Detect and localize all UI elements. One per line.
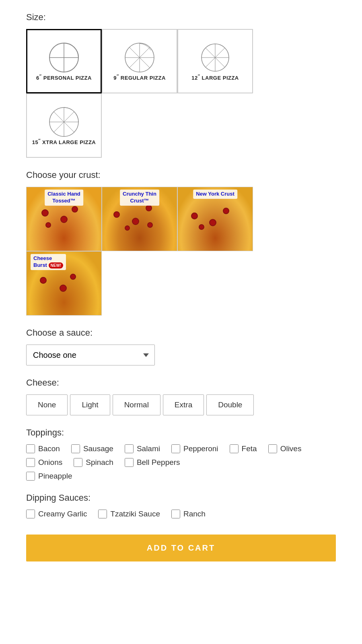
topping-label-onions: Onions — [38, 458, 62, 467]
topping-checkbox-pepperoni[interactable] — [171, 444, 180, 453]
topping-pepperoni[interactable]: Pepperoni — [171, 444, 218, 453]
add-to-cart-button[interactable]: ADD TO CART — [26, 535, 336, 561]
topping-checkbox-sausage[interactable] — [71, 444, 80, 453]
crust-label-cheeseburst: CheeseBurst NEW! — [31, 254, 66, 270]
topping-checkbox-onions[interactable] — [26, 458, 35, 467]
size-section: Size: 6″ PERSONAL PIZZA — [26, 12, 336, 158]
size-label-9in: 9″ REGULAR PIZZA — [113, 74, 166, 81]
size-label-6in: 6″ PERSONAL PIZZA — [36, 74, 92, 81]
size-option-12in[interactable]: 12″ LARGE PIZZA — [177, 29, 253, 93]
topping-checkbox-bacon[interactable] — [26, 444, 35, 453]
dipping-label: Dipping Sauces: — [26, 493, 336, 503]
cheese-options: None Light Normal Extra Double — [26, 394, 336, 415]
dipping-creamy-garlic[interactable]: Creamy Garlic — [26, 510, 87, 518]
sauce-dropdown[interactable]: Choose one Marinara BBQ Sauce White Sauc… — [26, 345, 155, 365]
crust-option-cheeseburst[interactable]: CheeseBurst NEW! — [26, 251, 102, 316]
crust-section: Choose your crust: Classic HandTossed™ — [26, 170, 336, 316]
size-option-15in[interactable]: 15″ XTRA LARGE PIZZA — [26, 93, 102, 158]
pizza-icon-12in — [199, 41, 231, 74]
topping-label-sausage: Sausage — [83, 444, 113, 453]
size-label-12in: 12″ LARGE PIZZA — [191, 74, 239, 81]
crust-label-classic: Classic HandTossed™ — [45, 190, 83, 206]
dipping-checkbox-tzatziki[interactable] — [98, 510, 107, 518]
topping-checkbox-salami[interactable] — [125, 444, 134, 453]
cheese-double[interactable]: Double — [206, 394, 254, 415]
dipping-tzatziki[interactable]: Tzatziki Sauce — [98, 510, 160, 518]
topping-bacon[interactable]: Bacon — [26, 444, 60, 453]
topping-olives[interactable]: Olives — [268, 444, 302, 453]
dipping-label-ranch: Ranch — [183, 510, 206, 518]
topping-feta[interactable]: Feta — [230, 444, 257, 453]
topping-spinach[interactable]: Spinach — [74, 458, 113, 467]
size-label-15in: 15″ XTRA LARGE PIZZA — [32, 138, 96, 145]
dipping-checkbox-ranch[interactable] — [171, 510, 180, 518]
topping-label-bacon: Bacon — [38, 444, 60, 453]
topping-checkbox-bellpeppers[interactable] — [125, 458, 134, 467]
toppings-label: Toppings: — [26, 427, 336, 438]
cheese-section: Cheese: None Light Normal Extra Double — [26, 378, 336, 415]
topping-label-bellpeppers: Bell Peppers — [137, 458, 180, 467]
cheese-none[interactable]: None — [26, 394, 68, 415]
crust-label-crunchy: Crunchy ThinCrust™ — [120, 190, 159, 206]
toppings-grid: Bacon Sausage Salami Pepperoni Feta Oliv… — [26, 444, 336, 481]
dipping-items: Creamy Garlic Tzatziki Sauce Ranch — [26, 510, 336, 518]
size-option-6in[interactable]: 6″ PERSONAL PIZZA — [26, 29, 102, 93]
topping-checkbox-feta[interactable] — [230, 444, 239, 453]
topping-checkbox-spinach[interactable] — [74, 458, 82, 467]
crust-label: Choose your crust: — [26, 170, 336, 180]
sauce-label: Choose a sauce: — [26, 328, 336, 338]
size-option-9in[interactable]: 9″ REGULAR PIZZA — [102, 29, 177, 93]
topping-label-olives: Olives — [280, 444, 302, 453]
topping-checkbox-olives[interactable] — [268, 444, 277, 453]
crust-option-classic[interactable]: Classic HandTossed™ — [26, 187, 102, 251]
crust-label-newyork: New York Crust — [193, 190, 237, 199]
dipping-label-tzatziki: Tzatziki Sauce — [110, 510, 160, 518]
topping-pineapple[interactable]: Pineapple — [26, 472, 325, 481]
dipping-ranch[interactable]: Ranch — [171, 510, 206, 518]
pizza-icon-6in — [48, 41, 80, 74]
cheese-extra[interactable]: Extra — [163, 394, 204, 415]
dipping-label-creamy-garlic: Creamy Garlic — [38, 510, 87, 518]
dipping-checkbox-creamy-garlic[interactable] — [26, 510, 35, 518]
cheese-light[interactable]: Light — [70, 394, 110, 415]
crust-option-crunchy[interactable]: Crunchy ThinCrust™ — [102, 187, 177, 251]
cheese-label: Cheese: — [26, 378, 336, 388]
cheese-normal[interactable]: Normal — [113, 394, 160, 415]
sauce-section: Choose a sauce: Choose one Marinara BBQ … — [26, 328, 336, 365]
pizza-icon-9in — [123, 41, 156, 74]
topping-label-salami: Salami — [137, 444, 160, 453]
pizza-icon-15in — [48, 106, 80, 138]
topping-salami[interactable]: Salami — [125, 444, 160, 453]
topping-bellpeppers[interactable]: Bell Peppers — [125, 458, 180, 467]
topping-sausage[interactable]: Sausage — [71, 444, 113, 453]
crust-option-newyork[interactable]: New York Crust — [177, 187, 253, 251]
toppings-section: Toppings: Bacon Sausage Salami Pepperoni… — [26, 427, 336, 481]
topping-checkbox-pineapple[interactable] — [26, 472, 35, 481]
topping-label-pepperoni: Pepperoni — [183, 444, 218, 453]
size-label: Size: — [26, 12, 336, 23]
dipping-sauces-section: Dipping Sauces: Creamy Garlic Tzatziki S… — [26, 493, 336, 518]
topping-label-pineapple: Pineapple — [38, 472, 72, 481]
topping-label-spinach: Spinach — [86, 458, 113, 467]
topping-label-feta: Feta — [242, 444, 257, 453]
topping-onions[interactable]: Onions — [26, 458, 62, 467]
